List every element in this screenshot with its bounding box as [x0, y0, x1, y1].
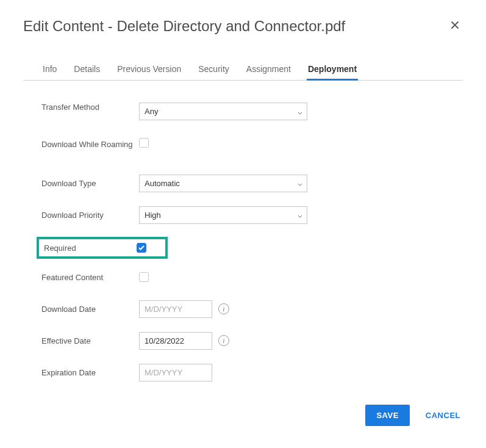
tab-bar: Info Details Previous Version Security A…: [23, 59, 463, 81]
effective-date-label: Effective Date: [41, 336, 139, 345]
close-button[interactable]: [447, 17, 463, 35]
transfer-method-select[interactable]: Any: [139, 103, 307, 120]
modal-title: Edit Content - Delete Directory and Conn…: [23, 18, 345, 35]
download-priority-value: High: [145, 211, 161, 220]
download-roaming-checkbox[interactable]: [139, 138, 149, 148]
required-label: Required: [44, 244, 137, 253]
modal-footer: SAVE CANCEL: [365, 405, 463, 426]
download-date-input[interactable]: [139, 300, 212, 318]
row-download-roaming: Download While Roaming: [41, 138, 445, 157]
info-icon[interactable]: i: [218, 303, 229, 314]
download-type-select[interactable]: Automatic: [139, 175, 307, 192]
row-expiration-date: Expiration Date: [41, 363, 445, 382]
row-download-date: Download Date i: [41, 299, 445, 319]
row-featured-content: Featured Content: [41, 267, 445, 287]
download-type-label: Download Type: [41, 179, 139, 188]
row-download-type: Download Type Automatic: [41, 173, 445, 193]
info-icon[interactable]: i: [218, 335, 229, 346]
required-checkbox[interactable]: [137, 243, 146, 253]
modal-header: Edit Content - Delete Directory and Conn…: [23, 17, 463, 35]
row-effective-date: Effective Date i: [41, 331, 445, 350]
effective-date-input[interactable]: [139, 332, 212, 350]
download-priority-select-wrap: High: [139, 206, 307, 224]
transfer-method-select-wrap: Any: [139, 103, 307, 120]
download-date-label: Download Date: [41, 305, 139, 314]
row-download-priority: Download Priority High: [41, 205, 445, 225]
download-priority-label: Download Priority: [41, 211, 139, 220]
save-button[interactable]: SAVE: [365, 405, 409, 426]
featured-content-label: Featured Content: [41, 273, 139, 282]
tab-details[interactable]: Details: [73, 59, 101, 81]
tab-previous-version[interactable]: Previous Version: [116, 59, 182, 81]
row-required-highlighted: Required: [37, 237, 168, 259]
transfer-method-value: Any: [145, 107, 158, 116]
download-type-value: Automatic: [145, 179, 180, 188]
tab-security[interactable]: Security: [197, 59, 230, 81]
tab-info[interactable]: Info: [41, 59, 58, 81]
edit-content-modal: Edit Content - Delete Directory and Conn…: [0, 0, 486, 406]
cancel-button[interactable]: CANCEL: [423, 405, 463, 426]
transfer-method-label: Transfer Method: [41, 103, 139, 112]
featured-content-checkbox[interactable]: [139, 272, 149, 282]
expiration-date-input[interactable]: [139, 364, 212, 381]
row-transfer-method: Transfer Method Any: [41, 103, 445, 122]
close-icon: [449, 20, 460, 32]
download-type-select-wrap: Automatic: [139, 175, 307, 192]
deployment-form: Transfer Method Any Download While Roami…: [23, 81, 463, 406]
tab-assignment[interactable]: Assignment: [245, 59, 292, 81]
tab-deployment[interactable]: Deployment: [307, 59, 358, 81]
download-roaming-label: Download While Roaming: [41, 138, 139, 150]
expiration-date-label: Expiration Date: [41, 368, 139, 377]
download-priority-select[interactable]: High: [139, 206, 307, 224]
